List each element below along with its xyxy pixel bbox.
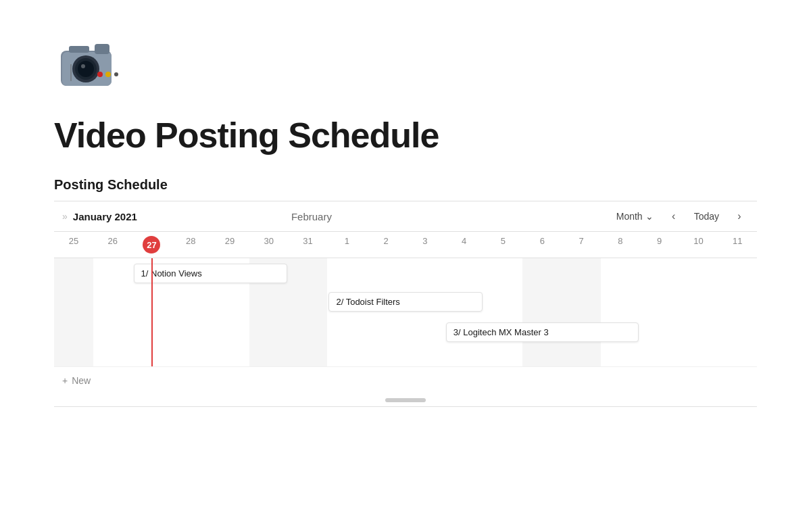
svg-point-4 bbox=[78, 61, 94, 77]
svg-rect-6 bbox=[69, 46, 89, 53]
event-bar[interactable]: 1/ Notion Views bbox=[134, 264, 287, 283]
content-area: 1/ Notion Views2/ Todoist Filters3/ Logi… bbox=[54, 258, 757, 366]
svg-point-5 bbox=[81, 64, 85, 68]
section-title: Posting Schedule bbox=[54, 177, 757, 193]
timeline-wrapper: » January 2021 February Month ⌄ ‹ Today … bbox=[54, 201, 757, 407]
svg-point-9 bbox=[105, 72, 111, 77]
new-button[interactable]: + New bbox=[62, 372, 91, 389]
day-cell-27: 27 bbox=[132, 232, 172, 258]
day-cell-10: 10 bbox=[679, 232, 718, 258]
timeline-nav-left: » January 2021 February bbox=[62, 211, 611, 222]
day-cell-9: 9 bbox=[640, 232, 679, 258]
page-container: Video Posting Schedule Posting Schedule … bbox=[0, 0, 811, 434]
day-cell-28: 28 bbox=[171, 232, 210, 258]
scrollbar-row bbox=[54, 394, 757, 406]
day-cell-2: 2 bbox=[366, 232, 406, 258]
view-label: Month bbox=[616, 211, 643, 222]
day-cell-31: 31 bbox=[289, 232, 328, 258]
today-button[interactable]: Today bbox=[689, 208, 724, 224]
today-line bbox=[151, 258, 153, 366]
scrollbar-thumb[interactable] bbox=[385, 398, 426, 402]
next-button[interactable]: › bbox=[730, 207, 749, 226]
collapse-arrow[interactable]: » bbox=[62, 211, 68, 222]
today-circle: 27 bbox=[143, 236, 160, 253]
page-title: Video Posting Schedule bbox=[54, 115, 757, 155]
day-cell-11: 11 bbox=[718, 232, 757, 258]
day-header-row: 252627282930311234567891011 bbox=[54, 232, 757, 258]
day-cell-6: 6 bbox=[522, 232, 562, 258]
view-selector[interactable]: Month ⌄ bbox=[611, 208, 659, 224]
event-bar[interactable]: 2/ Todoist Filters bbox=[328, 292, 482, 312]
month-label-left: January 2021 bbox=[73, 211, 137, 222]
chevron-down-icon: ⌄ bbox=[645, 211, 654, 222]
day-cell-1: 1 bbox=[327, 232, 366, 258]
events-row: 1/ Notion Views2/ Todoist Filters3/ Logi… bbox=[54, 258, 757, 366]
day-cell-25: 25 bbox=[54, 232, 93, 258]
day-cell-3: 3 bbox=[406, 232, 445, 258]
day-cell-4: 4 bbox=[445, 232, 484, 258]
new-btn-row: + New bbox=[54, 366, 757, 394]
plus-icon: + bbox=[62, 375, 68, 386]
day-cell-5: 5 bbox=[484, 232, 523, 258]
timeline-nav-right: Month ⌄ ‹ Today › bbox=[611, 207, 749, 226]
prev-button[interactable]: ‹ bbox=[664, 207, 683, 226]
day-cell-30: 30 bbox=[249, 232, 289, 258]
svg-rect-7 bbox=[95, 44, 109, 54]
new-label: New bbox=[72, 375, 91, 386]
svg-point-8 bbox=[97, 72, 103, 77]
day-cell-26: 26 bbox=[93, 232, 132, 258]
event-bar[interactable]: 3/ Logitech MX Master 3 bbox=[446, 322, 639, 342]
timeline-header: » January 2021 February Month ⌄ ‹ Today … bbox=[54, 201, 757, 232]
svg-point-10 bbox=[114, 72, 118, 76]
page-icon bbox=[54, 27, 757, 104]
day-cell-29: 29 bbox=[210, 232, 249, 258]
month-label-right: February bbox=[291, 211, 332, 222]
day-cell-7: 7 bbox=[562, 232, 601, 258]
day-cell-8: 8 bbox=[601, 232, 640, 258]
